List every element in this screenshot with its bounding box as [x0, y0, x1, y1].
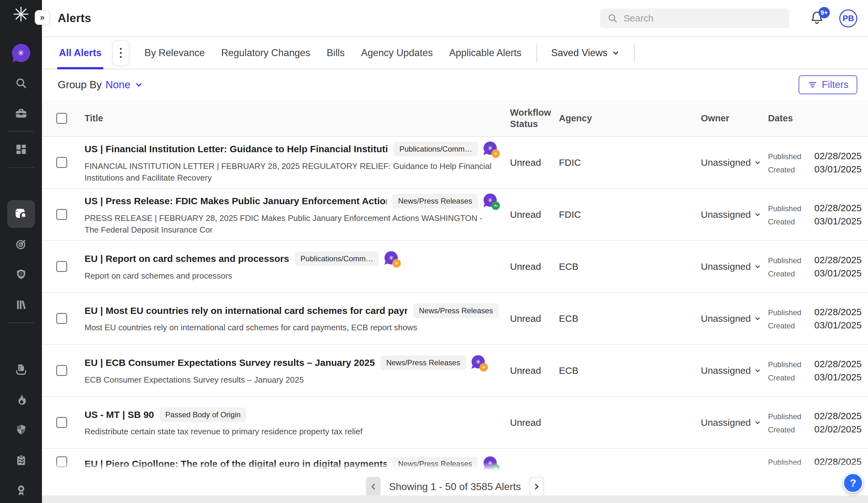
alert-summary: Redistribute certain state tax revenue t…	[84, 426, 499, 437]
table-row[interactable]: US | Press Release: FDIC Makes Public Ja…	[42, 189, 868, 241]
row-checkbox[interactable]	[56, 157, 67, 168]
agency-value: ECB	[559, 365, 578, 376]
alert-type-tag: News/Press Releases	[392, 194, 478, 208]
select-all-checkbox[interactable]	[56, 113, 67, 124]
alert-summary: Report on card schemes and processors	[84, 270, 499, 281]
sidebar-item-assistant-chat[interactable]: ✳	[8, 38, 35, 68]
tab-regulatory-changes[interactable]: Regulatory Changes	[220, 37, 312, 69]
filter-icon	[807, 80, 817, 90]
list-toolbar: Group By None Filters	[42, 69, 868, 100]
sidebar-item-shield-globe[interactable]	[8, 259, 35, 290]
target-goal-icon	[15, 238, 28, 251]
column-owner[interactable]: Owner	[701, 113, 768, 124]
tab-options-menu-button[interactable]	[112, 40, 129, 65]
badge-star-icon	[15, 484, 28, 497]
column-agency[interactable]: Agency	[559, 113, 701, 124]
table-row[interactable]: EU | ECB Consumer Expectations Survey re…	[42, 345, 868, 397]
sidebar-expand-button[interactable]: »	[35, 10, 50, 25]
page-title: Alerts	[58, 12, 91, 25]
table-row[interactable]: US - MT | SB 90 Passed Body of Origin Re…	[42, 397, 868, 449]
tab-bills[interactable]: Bills	[326, 37, 346, 69]
global-search[interactable]	[600, 9, 789, 28]
agency-value: FDIC	[559, 209, 581, 220]
owner-dropdown[interactable]: Unassigned	[701, 365, 768, 376]
chevron-down-icon	[754, 263, 761, 270]
chevron-down-icon	[134, 80, 144, 90]
group-by-dropdown[interactable]: Group By None	[58, 79, 144, 91]
saved-views-dropdown[interactable]: Saved Views	[551, 47, 620, 59]
alert-title[interactable]: EU | Report on card schemes and processo…	[84, 253, 289, 264]
sidebar-item-briefcase[interactable]	[8, 98, 35, 128]
sidebar-divider	[8, 167, 34, 168]
sidebar-item-clipboard-checklist[interactable]	[8, 445, 35, 475]
sidebar-item-badge-star[interactable]	[8, 475, 35, 503]
horizontal-scrollbar[interactable]	[42, 495, 868, 503]
owner-dropdown[interactable]: Unassigned	[701, 157, 768, 168]
owner-dropdown[interactable]: Unassigned	[701, 209, 768, 220]
dashboard-grid-icon	[15, 143, 28, 156]
assistant-chat-icon: ✳	[12, 44, 30, 62]
dates-cell: Published 02/28/2025 Created 03/01/2025	[768, 203, 862, 227]
pagination-status: Showing 1 - 50 of 3585 Alerts	[389, 481, 521, 493]
workflow-status-value: Unread	[510, 365, 541, 376]
document-tray-icon	[15, 363, 28, 376]
row-checkbox[interactable]	[56, 261, 67, 272]
next-page-button[interactable]	[529, 477, 544, 497]
workflow-status-value: Unread	[510, 313, 541, 324]
owner-dropdown[interactable]: Unassigned	[701, 261, 768, 272]
column-workflow-status[interactable]: Workflow Status	[510, 107, 559, 130]
filters-button[interactable]: Filters	[799, 75, 857, 94]
notifications-button[interactable]: 9+	[809, 9, 825, 27]
user-avatar[interactable]: PB	[839, 9, 857, 28]
dates-cell: Published 02/28/2025 Created 02/02/2025	[768, 411, 862, 434]
agency-value: FDIC	[559, 157, 581, 168]
chevron-down-icon	[611, 49, 620, 57]
published-date-line: Published 02/28/2025	[768, 203, 862, 213]
sidebar-item-dashboard-grid[interactable]	[8, 134, 35, 165]
filters-label: Filters	[822, 79, 848, 91]
search-input[interactable]	[623, 13, 783, 24]
sidebar-item-library-books[interactable]	[8, 290, 35, 320]
app-root: ✳ ✳ » Alerts 9+ PB	[0, 0, 868, 503]
alert-title[interactable]: EU | Most EU countries rely on internati…	[84, 305, 407, 316]
tab-agency-updates[interactable]: Agency Updates	[360, 37, 434, 69]
sidebar: ✳ ✳	[0, 0, 42, 503]
alert-title[interactable]: US - MT | SB 90	[84, 409, 154, 420]
sidebar-item-flame[interactable]	[8, 385, 35, 415]
row-checkbox[interactable]	[56, 365, 67, 376]
published-date-line: Published 02/28/2025	[768, 411, 862, 421]
alert-type-tag: Passed Body of Origin	[159, 408, 246, 422]
ai-status-badge	[492, 149, 500, 158]
ai-assistant-icon: ✳	[484, 193, 499, 209]
tab-by-relevance[interactable]: By Relevance	[143, 37, 206, 69]
sidebar-item-document-tray[interactable]	[8, 354, 35, 385]
alert-title[interactable]: US | Financial Institution Letter: Guida…	[84, 144, 388, 155]
alert-summary: Most EU countries rely on international …	[84, 322, 499, 333]
owner-dropdown[interactable]: Unassigned	[701, 417, 768, 428]
chevron-right-icon	[532, 482, 541, 491]
tab-applicable-alerts[interactable]: Applicable Alerts	[448, 37, 523, 69]
row-checkbox[interactable]	[56, 417, 67, 428]
sidebar-item-shield-quartered[interactable]	[8, 415, 35, 445]
sidebar-item-target-goal[interactable]	[8, 229, 35, 259]
tab-all-alerts[interactable]: All Alerts	[58, 37, 103, 69]
help-button[interactable]: ?	[843, 473, 863, 493]
alert-type-tag: Publications/Comm…	[394, 142, 478, 156]
alert-title[interactable]: US | Press Release: FDIC Makes Public Ja…	[84, 196, 387, 207]
owner-value: Unassigned	[701, 417, 751, 428]
published-date-line: Published 02/28/2025	[768, 151, 862, 161]
sidebar-item-search[interactable]	[8, 68, 35, 98]
sidebar-item-alerts-inbox[interactable]	[7, 200, 35, 228]
table-row[interactable]: US | Financial Institution Letter: Guida…	[42, 137, 868, 189]
row-checkbox[interactable]	[56, 209, 67, 220]
row-checkbox[interactable]	[56, 313, 67, 324]
column-title[interactable]: Title	[84, 113, 510, 124]
owner-dropdown[interactable]: Unassigned	[701, 313, 768, 324]
column-dates[interactable]: Dates	[768, 113, 862, 124]
table-row[interactable]: EU | Report on card schemes and processo…	[42, 241, 868, 293]
table-row[interactable]: EU | Most EU countries rely on internati…	[42, 293, 868, 345]
chevron-left-icon	[369, 482, 378, 491]
briefcase-icon	[15, 107, 28, 120]
previous-page-button[interactable]	[366, 477, 381, 497]
alert-title[interactable]: EU | ECB Consumer Expectations Survey re…	[84, 357, 375, 368]
